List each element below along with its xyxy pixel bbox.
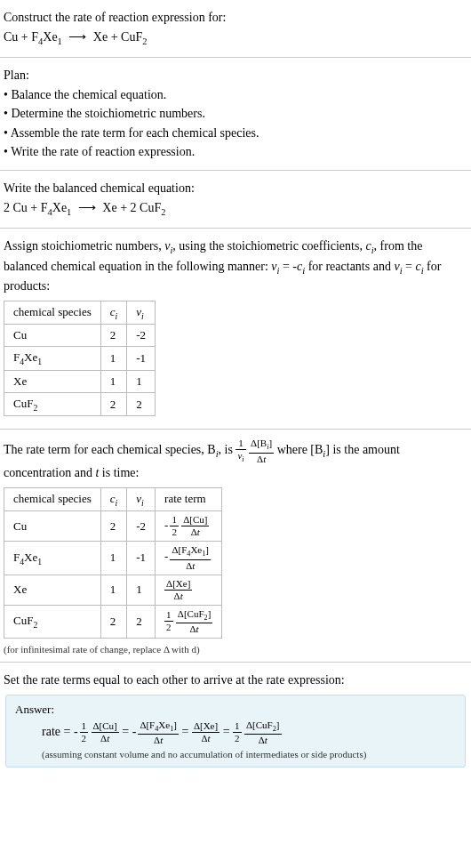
cell-c: 1: [100, 575, 127, 605]
txt: for reactants and: [305, 260, 394, 273]
cell-v: -2: [127, 511, 156, 542]
cell-species: CuF2: [4, 605, 101, 638]
txt: , using the stoichiometric coefficients,: [172, 239, 365, 253]
cell-rate: -Δ[F4Xe1]Δt: [156, 542, 222, 575]
table-row: Xe 1 1: [4, 370, 156, 392]
cell-species: Xe: [4, 370, 101, 392]
table-row: F4Xe1 1 -1: [4, 347, 156, 371]
rateterm-text: The rate term for each chemical species,…: [4, 438, 467, 481]
table-row: F4Xe1 1 -1 -Δ[F4Xe1]Δt: [4, 542, 222, 575]
frac: Δ[Bi]Δt: [249, 438, 274, 463]
cell-rate: -12 Δ[Cu]Δt: [156, 511, 222, 542]
th-rate: rate term: [156, 487, 222, 511]
cell-c: 2: [100, 605, 127, 638]
arrow-icon: ⟶: [68, 28, 86, 46]
cell-species: Cu: [4, 325, 101, 347]
table-row: CuF2 2 2 12 Δ[CuF2]Δt: [4, 605, 222, 638]
cell-v: 1: [127, 575, 156, 605]
balanced-section: Write the balanced chemical equation: 2 …: [0, 171, 471, 229]
footnote: (for infinitesimal rate of change, repla…: [4, 644, 467, 655]
txt: , is: [219, 444, 236, 457]
frac: 1νi: [236, 438, 245, 463]
table-row: Cu 2 -2 -12 Δ[Cu]Δt: [4, 511, 222, 542]
rate-label: rate =: [42, 725, 74, 738]
cell-species: F4Xe1: [4, 542, 101, 575]
txt: The rate term for each chemical species,…: [4, 444, 216, 457]
plan-item: • Assemble the rate term for each chemic…: [4, 125, 467, 142]
answer-expression: rate = -12 Δ[Cu]Δt = -Δ[F4Xe1]Δt = Δ[Xe]…: [42, 720, 456, 745]
table-header-row: chemical species ci νi rate term: [4, 487, 222, 511]
txt: Assign stoichiometric numbers,: [4, 239, 164, 253]
cell-v: -2: [127, 325, 156, 347]
cell-c: 1: [100, 370, 127, 392]
cell-c: 2: [100, 392, 127, 416]
cell-species: F4Xe1: [4, 347, 101, 371]
plan-item: • Determine the stoichiometric numbers.: [4, 105, 467, 123]
cell-v: 2: [127, 392, 156, 416]
th-ci: ci: [100, 487, 127, 511]
rateterm-table: chemical species ci νi rate term Cu 2 -2…: [4, 487, 222, 639]
stoich-table: chemical species ci νi Cu 2 -2 F4Xe1 1 -…: [4, 301, 156, 417]
prompt-section: Construct the rate of reaction expressio…: [0, 0, 471, 58]
cell-v: 2: [127, 605, 156, 638]
arrow-icon: ⟶: [78, 199, 96, 217]
cell-c: 2: [100, 511, 127, 542]
cell-rate: Δ[Xe]Δt: [156, 575, 222, 605]
table-row: Cu 2 -2: [4, 325, 156, 347]
txt: is time:: [99, 466, 139, 479]
prompt-equation: Cu + F4Xe1 ⟶ Xe + CuF2: [4, 28, 467, 48]
th-species: chemical species: [4, 487, 101, 511]
table-header-row: chemical species ci νi: [4, 301, 156, 325]
final-title: Set the rate terms equal to each other t…: [4, 671, 467, 689]
answer-label: Answer:: [15, 703, 456, 717]
cell-c: 2: [100, 325, 127, 347]
txt: where [B: [277, 444, 323, 457]
prompt-title: Construct the rate of reaction expressio…: [4, 9, 467, 27]
cell-c: 1: [100, 347, 127, 371]
eq-rhs: Xe + CuF2: [93, 30, 148, 44]
cell-v: -1: [127, 542, 156, 575]
cell-rate: 12 Δ[CuF2]Δt: [156, 605, 222, 638]
assign-text: Assign stoichiometric numbers, νi, using…: [4, 237, 467, 295]
table-row: Xe 1 1 Δ[Xe]Δt: [4, 575, 222, 605]
cell-species: Xe: [4, 575, 101, 605]
cell-v: -1: [127, 347, 156, 371]
final-section: Set the rate terms equal to each other t…: [0, 663, 471, 778]
assign-section: Assign stoichiometric numbers, νi, using…: [0, 229, 471, 430]
answer-note: (assuming constant volume and no accumul…: [42, 749, 456, 760]
cell-v: 1: [127, 370, 156, 392]
balanced-equation: 2 Cu + F4Xe1 ⟶ Xe + 2 CuF2: [4, 199, 467, 219]
balanced-title: Write the balanced chemical equation:: [4, 180, 467, 197]
rateterm-section: The rate term for each chemical species,…: [0, 430, 471, 663]
cell-species: CuF2: [4, 392, 101, 416]
answer-box: Answer: rate = -12 Δ[Cu]Δt = -Δ[F4Xe1]Δt…: [5, 695, 466, 768]
th-ci: ci: [100, 301, 127, 325]
th-species: chemical species: [4, 301, 101, 325]
th-vi: νi: [127, 301, 156, 325]
plan-section: Plan: • Balance the chemical equation. •…: [0, 58, 471, 171]
table-row: CuF2 2 2: [4, 392, 156, 416]
bal-lhs: 2 Cu + F4Xe1: [4, 201, 71, 214]
plan-item: • Balance the chemical equation.: [4, 86, 467, 104]
cell-species: Cu: [4, 511, 101, 542]
cell-c: 1: [100, 542, 127, 575]
plan-title: Plan:: [4, 67, 467, 84]
th-vi: νi: [127, 487, 156, 511]
plan-item: • Write the rate of reaction expression.: [4, 143, 467, 161]
eq-lhs: Cu + F4Xe1: [4, 30, 62, 44]
bal-rhs: Xe + 2 CuF2: [102, 201, 165, 214]
